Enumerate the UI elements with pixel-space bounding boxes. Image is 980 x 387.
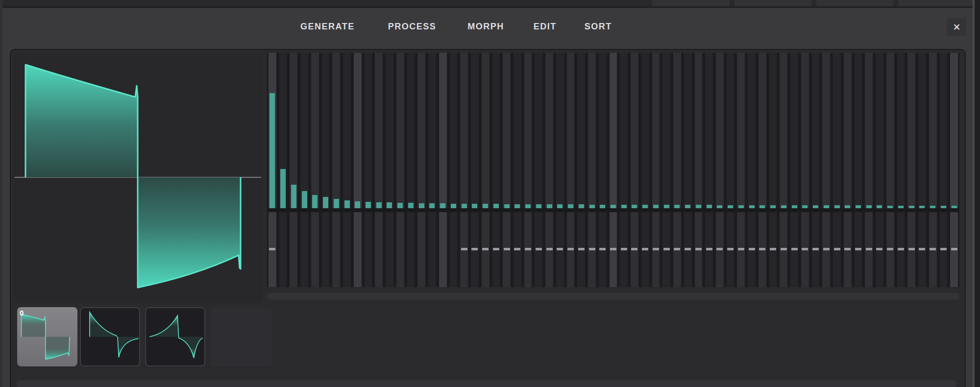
- harmonic-phase-dash[interactable]: [876, 248, 882, 250]
- harmonic-slot[interactable]: [801, 53, 809, 208]
- harmonic-phase-dash[interactable]: [706, 248, 712, 250]
- menu-process[interactable]: PROCESS: [388, 22, 437, 32]
- harmonic-slot[interactable]: [514, 53, 521, 208]
- harmonic-slot[interactable]: [343, 53, 351, 208]
- harmonic-magnitude-bar[interactable]: [429, 203, 435, 208]
- harmonic-magnitude-bar[interactable]: [525, 204, 531, 209]
- phase-slot[interactable]: [343, 212, 351, 287]
- harmonic-slot[interactable]: [503, 53, 511, 208]
- harmonic-slot[interactable]: [439, 53, 447, 208]
- harmonic-phase-dash[interactable]: [599, 248, 606, 250]
- harmonic-phase-editor[interactable]: [267, 212, 959, 287]
- harmonic-phase-dash[interactable]: [866, 248, 872, 250]
- harmonic-magnitude-bar[interactable]: [547, 204, 552, 208]
- harmonic-phase-dash[interactable]: [770, 248, 776, 250]
- harmonic-slot[interactable]: [929, 53, 937, 208]
- harmonic-phase-dash[interactable]: [844, 248, 851, 250]
- harmonic-slot[interactable]: [386, 53, 393, 208]
- harmonic-slot[interactable]: [610, 53, 617, 208]
- harmonic-phase-dash[interactable]: [653, 248, 659, 250]
- harmonic-slot[interactable]: [748, 53, 756, 208]
- harmonic-phase-dash[interactable]: [695, 248, 702, 250]
- harmonic-phase-dash[interactable]: [908, 248, 915, 250]
- harmonic-magnitude-bar[interactable]: [302, 191, 307, 208]
- frame-thumbnail-selected[interactable]: 0: [17, 307, 77, 366]
- phase-slot[interactable]: [439, 212, 447, 287]
- harmonic-magnitude-bar[interactable]: [589, 205, 595, 209]
- harmonic-magnitude-bar[interactable]: [557, 204, 563, 208]
- harmonic-phase-dash[interactable]: [589, 248, 595, 250]
- harmonic-magnitude-bar[interactable]: [621, 205, 627, 209]
- harmonic-magnitude-bar[interactable]: [611, 205, 616, 209]
- harmonic-phase-dash[interactable]: [759, 248, 765, 250]
- harmonic-slot[interactable]: [322, 53, 330, 208]
- phase-slot[interactable]: [290, 212, 297, 287]
- harmonic-magnitude-bar[interactable]: [387, 202, 392, 208]
- harmonic-phase-dash[interactable]: [940, 248, 947, 250]
- harmonic-magnitude-bar[interactable]: [600, 205, 605, 209]
- harmonic-slot[interactable]: [535, 53, 542, 208]
- harmonic-slot[interactable]: [556, 53, 564, 208]
- harmonic-phase-dash[interactable]: [610, 248, 616, 250]
- harmonic-phase-dash[interactable]: [716, 248, 723, 250]
- phase-slot[interactable]: [354, 212, 362, 287]
- harmonic-slot[interactable]: [716, 53, 724, 208]
- phase-slot[interactable]: [396, 212, 404, 287]
- phase-slot[interactable]: [279, 212, 287, 287]
- harmonic-slot[interactable]: [332, 53, 340, 208]
- harmonic-slot[interactable]: [855, 53, 862, 208]
- harmonic-slot[interactable]: [844, 53, 852, 208]
- harmonic-slot[interactable]: [876, 53, 883, 208]
- menu-sort[interactable]: SORT: [585, 22, 612, 32]
- harmonic-magnitude-bar[interactable]: [323, 197, 328, 208]
- frame-thumbnail[interactable]: [80, 307, 140, 366]
- harmonic-slot[interactable]: [482, 53, 490, 208]
- harmonic-magnitude-bar[interactable]: [685, 205, 690, 208]
- harmonic-phase-dash[interactable]: [951, 248, 957, 250]
- harmonic-magnitude-bar[interactable]: [493, 204, 499, 208]
- harmonic-slot[interactable]: [940, 53, 948, 208]
- harmonic-magnitude-bar[interactable]: [440, 203, 445, 208]
- harmonic-slot[interactable]: [673, 53, 681, 208]
- harmonic-slot[interactable]: [907, 53, 915, 208]
- harmonic-phase-dash[interactable]: [674, 248, 680, 250]
- phase-slot[interactable]: [375, 212, 383, 287]
- harmonic-phase-dash[interactable]: [578, 248, 585, 250]
- harmonic-magnitude-bar[interactable]: [334, 199, 339, 208]
- harmonic-phase-dash[interactable]: [802, 248, 808, 250]
- harmonic-magnitude-bar[interactable]: [579, 204, 584, 208]
- harmonic-magnitude-bar[interactable]: [632, 205, 637, 209]
- harmonic-phase-dash[interactable]: [514, 248, 520, 250]
- harmonic-slot[interactable]: [662, 53, 670, 208]
- harmonic-phase-dash[interactable]: [663, 248, 670, 250]
- harmonic-slot[interactable]: [695, 53, 703, 208]
- phase-slot[interactable]: [417, 212, 425, 287]
- harmonic-slot[interactable]: [652, 53, 660, 208]
- harmonic-magnitude-bar[interactable]: [419, 203, 424, 209]
- menu-edit[interactable]: EDIT: [534, 22, 557, 32]
- harmonic-slot[interactable]: [375, 53, 383, 208]
- frame-thumbnail[interactable]: [145, 307, 205, 366]
- harmonic-magnitude-bar[interactable]: [504, 204, 510, 209]
- harmonic-phase-dash[interactable]: [525, 248, 531, 250]
- harmonic-magnitude-bar[interactable]: [451, 204, 456, 209]
- harmonic-slot[interactable]: [897, 53, 905, 208]
- harmonic-magnitude-bar[interactable]: [664, 205, 669, 208]
- harmonic-slot[interactable]: [620, 53, 628, 208]
- harmonic-phase-dash[interactable]: [685, 248, 691, 250]
- harmonic-phase-dash[interactable]: [536, 248, 542, 250]
- harmonic-magnitude-bar[interactable]: [568, 204, 573, 208]
- phase-slot[interactable]: [450, 212, 458, 287]
- harmonic-magnitude-bar[interactable]: [312, 195, 318, 208]
- harmonic-phase-dash[interactable]: [493, 248, 499, 250]
- harmonic-magnitude-bar[interactable]: [397, 203, 403, 209]
- harmonic-phase-dash[interactable]: [621, 248, 627, 250]
- harmonic-slot[interactable]: [769, 53, 777, 208]
- harmonic-phase-dash[interactable]: [727, 248, 734, 250]
- menu-generate[interactable]: GENERATE: [300, 22, 355, 32]
- phase-slot[interactable]: [311, 212, 319, 287]
- harmonic-magnitude-bar[interactable]: [653, 205, 659, 208]
- harmonic-magnitude-editor[interactable]: [267, 53, 959, 208]
- harmonic-phase-dash[interactable]: [887, 248, 893, 250]
- harmonic-slot[interactable]: [599, 53, 607, 208]
